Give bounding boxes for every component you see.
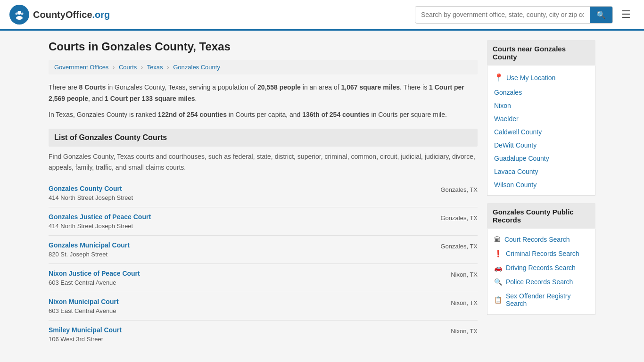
court-address: 414 North Street Joseph Street [49, 194, 133, 201]
logo-area: CountyOffice.org [9, 5, 110, 25]
public-records-link[interactable]: 📋Sex Offender Registry Search [487, 289, 595, 311]
area: 1,067 square miles [341, 83, 400, 91]
courts-near-section: Courts near Gonzales County 📍 Use My Loc… [487, 40, 595, 196]
svg-point-4 [21, 13, 24, 15]
population: 20,558 people [257, 83, 301, 91]
pub-records-label: Police Records Search [506, 278, 573, 286]
rank2: 136th of 254 counties [302, 111, 369, 118]
public-records-link[interactable]: 🚗Driving Records Search [487, 261, 595, 275]
court-item: Gonzales Justice of Peace Court 414 Nort… [49, 207, 478, 236]
main-container: Courts in Gonzales County, Texas Governm… [39, 31, 605, 358]
courts-near-link[interactable]: Wilson County [487, 178, 595, 191]
court-name[interactable]: Nixon Municipal Court [49, 298, 119, 305]
courts-near-link[interactable]: Lavaca County [487, 165, 595, 178]
courts-list: Gonzales County Court 414 North Street J… [49, 179, 478, 348]
breadcrumb-texas[interactable]: Texas [147, 64, 163, 71]
court-address: 820 St. Joseph Street [49, 251, 107, 258]
menu-icon[interactable]: ☰ [618, 7, 635, 23]
court-address: 603 East Central Avenue [49, 307, 116, 314]
search-button[interactable]: 🔍 [590, 7, 612, 23]
courts-near-link[interactable]: Nixon [487, 99, 595, 112]
location-icon: 📍 [494, 73, 504, 82]
court-location: Nixon, TX [451, 326, 478, 335]
court-item: Nixon Justice of Peace Court 603 East Ce… [49, 264, 478, 292]
stats-line1: There are 8 Courts in Gonzales County, T… [49, 82, 478, 105]
court-name[interactable]: Smiley Municipal Court [49, 326, 122, 334]
court-item: Smiley Municipal Court 106 West 3rd Stre… [49, 321, 478, 348]
court-item: Gonzales County Court 414 North Street J… [49, 179, 478, 207]
rank1: 122nd of 254 counties [158, 111, 227, 118]
court-name[interactable]: Gonzales Justice of Peace Court [49, 213, 151, 221]
breadcrumb: Government Offices › Courts › Texas › Go… [49, 60, 478, 74]
public-records-section: Gonzales County Public Records 🏛Court Re… [487, 203, 595, 315]
court-location: Nixon, TX [451, 270, 478, 278]
pub-records-label: Sex Offender Registry Search [506, 292, 588, 307]
list-description: Find Gonzales County, Texas courts and c… [49, 151, 478, 173]
courts-near-title: Courts near Gonzales County [487, 40, 595, 66]
list-section-header: List of Gonzales County Courts [49, 129, 478, 147]
public-records-link[interactable]: 🏛Court Records Search [487, 232, 595, 247]
public-records-title: Gonzales County Public Records [487, 203, 595, 229]
courts-near-link[interactable]: Caldwell County [487, 125, 595, 139]
pub-records-label: Criminal Records Search [506, 250, 579, 257]
courts-near-links: 📍 Use My Location GonzalesNixonWaelderCa… [487, 66, 595, 196]
court-location: Gonzales, TX [440, 185, 478, 193]
pub-records-icon: 📋 [494, 296, 502, 304]
content-area: Courts in Gonzales County, Texas Governm… [49, 40, 478, 348]
per-miles: 1 Court per 133 square miles [105, 95, 195, 102]
court-item: Nixon Municipal Court 603 East Central A… [49, 292, 478, 321]
courts-near-link[interactable]: Guadalupe County [487, 152, 595, 165]
logo-icon [9, 5, 29, 25]
svg-point-1 [17, 11, 21, 15]
svg-point-3 [16, 13, 18, 15]
public-records-link[interactable]: 🔍Police Records Search [487, 275, 595, 289]
court-address: 414 North Street Joseph Street [49, 222, 133, 230]
header: CountyOffice.org 🔍 ☰ [0, 0, 644, 31]
header-right: 🔍 ☰ [415, 6, 635, 24]
use-my-location[interactable]: 📍 Use My Location [487, 69, 595, 86]
court-address: 603 East Central Avenue [49, 279, 116, 286]
breadcrumb-gonzales-county[interactable]: Gonzales County [173, 64, 220, 71]
page-title: Courts in Gonzales County, Texas [49, 40, 478, 53]
sidebar: Courts near Gonzales County 📍 Use My Loc… [487, 40, 595, 348]
svg-point-2 [16, 16, 23, 20]
pub-records-icon: 🏛 [494, 236, 501, 243]
use-my-location-label: Use My Location [506, 74, 555, 82]
courts-count: 8 Courts [79, 83, 106, 91]
breadcrumb-government-offices[interactable]: Government Offices [54, 64, 108, 71]
pub-records-icon: 🔍 [494, 278, 502, 286]
pub-records-icon: 🚗 [494, 264, 502, 272]
logo-text: CountyOffice.org [33, 9, 110, 20]
pub-records-icon: ❗ [494, 250, 502, 257]
court-location: Gonzales, TX [440, 241, 478, 250]
public-records-link[interactable]: ❗Criminal Records Search [487, 247, 595, 261]
court-location: Gonzales, TX [440, 213, 478, 222]
search-input[interactable] [415, 7, 590, 22]
stats-line2: In Texas, Gonzales County is ranked 122n… [49, 109, 478, 121]
court-name[interactable]: Nixon Justice of Peace Court [49, 270, 140, 277]
courts-near-link[interactable]: DeWitt County [487, 139, 595, 152]
search-bar: 🔍 [415, 6, 613, 24]
pub-records-label: Court Records Search [504, 236, 570, 243]
court-address: 106 West 3rd Street [49, 336, 103, 343]
court-name[interactable]: Gonzales Municipal Court [49, 241, 130, 249]
court-name[interactable]: Gonzales County Court [49, 185, 133, 192]
courts-near-link[interactable]: Waelder [487, 112, 595, 125]
public-records-links: 🏛Court Records Search❗Criminal Records S… [487, 229, 595, 315]
pub-records-label: Driving Records Search [506, 264, 576, 272]
breadcrumb-courts[interactable]: Courts [119, 64, 137, 71]
court-location: Nixon, TX [451, 298, 478, 306]
courts-near-link[interactable]: Gonzales [487, 86, 595, 99]
court-item: Gonzales Municipal Court 820 St. Joseph … [49, 236, 478, 264]
